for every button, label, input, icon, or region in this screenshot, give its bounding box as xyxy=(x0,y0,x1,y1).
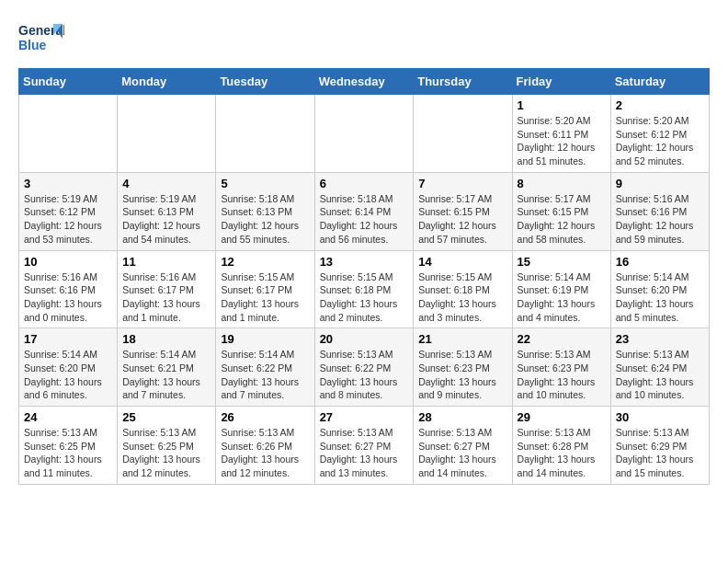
day-info: Sunrise: 5:19 AM Sunset: 6:13 PM Dayligh… xyxy=(122,192,210,247)
calendar-cell: 17Sunrise: 5:14 AM Sunset: 6:20 PM Dayli… xyxy=(19,328,118,407)
day-number: 7 xyxy=(418,177,506,190)
day-number: 14 xyxy=(418,255,506,269)
calendar-cell: 3Sunrise: 5:19 AM Sunset: 6:12 PM Daylig… xyxy=(19,172,118,250)
calendar-cell: 28Sunrise: 5:13 AM Sunset: 6:27 PM Dayli… xyxy=(414,407,512,485)
calendar-cell: 5Sunrise: 5:18 AM Sunset: 6:13 PM Daylig… xyxy=(216,172,314,250)
day-number: 28 xyxy=(418,410,506,424)
day-info: Sunrise: 5:14 AM Sunset: 6:20 PM Dayligh… xyxy=(616,270,704,325)
day-info: Sunrise: 5:13 AM Sunset: 6:23 PM Dayligh… xyxy=(418,348,506,402)
weekday-header: Sunday xyxy=(19,69,118,95)
day-number: 29 xyxy=(518,410,606,424)
day-number: 2 xyxy=(616,98,704,112)
calendar-cell: 25Sunrise: 5:13 AM Sunset: 6:25 PM Dayli… xyxy=(118,407,216,485)
day-info: Sunrise: 5:15 AM Sunset: 6:17 PM Dayligh… xyxy=(221,270,309,325)
calendar-cell: 22Sunrise: 5:13 AM Sunset: 6:23 PM Dayli… xyxy=(512,328,610,407)
calendar-cell: 10Sunrise: 5:16 AM Sunset: 6:16 PM Dayli… xyxy=(19,250,118,328)
day-number: 16 xyxy=(616,255,704,269)
weekday-header: Thursday xyxy=(414,69,512,95)
calendar-cell: 19Sunrise: 5:14 AM Sunset: 6:22 PM Dayli… xyxy=(216,328,314,407)
weekday-header: Friday xyxy=(512,69,610,95)
calendar-cell xyxy=(118,95,216,173)
day-info: Sunrise: 5:13 AM Sunset: 6:27 PM Dayligh… xyxy=(320,426,409,480)
calendar-cell: 13Sunrise: 5:15 AM Sunset: 6:18 PM Dayli… xyxy=(314,250,414,328)
day-info: Sunrise: 5:13 AM Sunset: 6:25 PM Dayligh… xyxy=(24,426,112,480)
day-number: 1 xyxy=(518,98,606,112)
day-number: 23 xyxy=(616,332,704,346)
calendar-cell: 16Sunrise: 5:14 AM Sunset: 6:20 PM Dayli… xyxy=(610,250,709,328)
calendar-cell: 14Sunrise: 5:15 AM Sunset: 6:18 PM Dayli… xyxy=(414,250,512,328)
day-info: Sunrise: 5:16 AM Sunset: 6:16 PM Dayligh… xyxy=(24,270,112,325)
day-info: Sunrise: 5:18 AM Sunset: 6:14 PM Dayligh… xyxy=(320,192,409,247)
calendar-week-row: 3Sunrise: 5:19 AM Sunset: 6:12 PM Daylig… xyxy=(19,172,710,250)
day-number: 17 xyxy=(24,332,112,346)
calendar-cell: 1Sunrise: 5:20 AM Sunset: 6:11 PM Daylig… xyxy=(512,95,610,173)
calendar-cell: 9Sunrise: 5:16 AM Sunset: 6:16 PM Daylig… xyxy=(610,172,709,250)
calendar: SundayMondayTuesdayWednesdayThursdayFrid… xyxy=(18,68,710,485)
day-info: Sunrise: 5:16 AM Sunset: 6:17 PM Dayligh… xyxy=(122,270,210,325)
calendar-cell: 7Sunrise: 5:17 AM Sunset: 6:15 PM Daylig… xyxy=(414,172,512,250)
day-info: Sunrise: 5:18 AM Sunset: 6:13 PM Dayligh… xyxy=(221,192,309,247)
calendar-cell: 21Sunrise: 5:13 AM Sunset: 6:23 PM Dayli… xyxy=(414,328,512,407)
day-number: 9 xyxy=(616,177,704,190)
day-number: 12 xyxy=(221,255,309,269)
calendar-cell: 18Sunrise: 5:14 AM Sunset: 6:21 PM Dayli… xyxy=(118,328,216,407)
calendar-cell: 2Sunrise: 5:20 AM Sunset: 6:12 PM Daylig… xyxy=(610,95,709,173)
day-number: 20 xyxy=(320,332,409,346)
day-number: 18 xyxy=(122,332,210,346)
calendar-cell: 30Sunrise: 5:13 AM Sunset: 6:29 PM Dayli… xyxy=(610,407,709,485)
day-info: Sunrise: 5:20 AM Sunset: 6:12 PM Dayligh… xyxy=(616,114,704,168)
day-number: 15 xyxy=(518,255,606,269)
calendar-cell: 15Sunrise: 5:14 AM Sunset: 6:19 PM Dayli… xyxy=(512,250,610,328)
day-info: Sunrise: 5:14 AM Sunset: 6:19 PM Dayligh… xyxy=(518,270,606,325)
day-info: Sunrise: 5:13 AM Sunset: 6:25 PM Dayligh… xyxy=(122,426,210,480)
weekday-header: Wednesday xyxy=(314,69,414,95)
day-number: 4 xyxy=(122,177,210,190)
day-info: Sunrise: 5:20 AM Sunset: 6:11 PM Dayligh… xyxy=(518,114,606,168)
day-number: 24 xyxy=(24,410,112,424)
day-number: 25 xyxy=(122,410,210,424)
logo: GeneralBlue xyxy=(18,18,64,59)
calendar-cell: 24Sunrise: 5:13 AM Sunset: 6:25 PM Dayli… xyxy=(19,407,118,485)
calendar-cell xyxy=(19,95,118,173)
day-number: 19 xyxy=(221,332,309,346)
calendar-cell: 4Sunrise: 5:19 AM Sunset: 6:13 PM Daylig… xyxy=(118,172,216,250)
weekday-header: Tuesday xyxy=(216,69,314,95)
weekday-header: Monday xyxy=(118,69,216,95)
calendar-cell xyxy=(414,95,512,173)
day-info: Sunrise: 5:19 AM Sunset: 6:12 PM Dayligh… xyxy=(24,192,112,247)
day-info: Sunrise: 5:17 AM Sunset: 6:15 PM Dayligh… xyxy=(518,192,606,247)
day-number: 3 xyxy=(24,177,112,190)
calendar-week-row: 1Sunrise: 5:20 AM Sunset: 6:11 PM Daylig… xyxy=(19,95,710,173)
day-info: Sunrise: 5:16 AM Sunset: 6:16 PM Dayligh… xyxy=(616,192,704,247)
calendar-cell: 11Sunrise: 5:16 AM Sunset: 6:17 PM Dayli… xyxy=(118,250,216,328)
logo-svg: GeneralBlue xyxy=(18,18,64,59)
svg-text:Blue: Blue xyxy=(18,38,47,52)
calendar-week-row: 17Sunrise: 5:14 AM Sunset: 6:20 PM Dayli… xyxy=(19,328,710,407)
day-number: 5 xyxy=(221,177,309,190)
day-info: Sunrise: 5:13 AM Sunset: 6:23 PM Dayligh… xyxy=(518,348,606,402)
day-number: 22 xyxy=(518,332,606,346)
day-number: 10 xyxy=(24,255,112,269)
day-number: 8 xyxy=(518,177,606,190)
calendar-cell: 20Sunrise: 5:13 AM Sunset: 6:22 PM Dayli… xyxy=(314,328,414,407)
day-number: 21 xyxy=(418,332,506,346)
calendar-cell: 26Sunrise: 5:13 AM Sunset: 6:26 PM Dayli… xyxy=(216,407,314,485)
day-info: Sunrise: 5:13 AM Sunset: 6:26 PM Dayligh… xyxy=(221,426,309,480)
day-number: 26 xyxy=(221,410,309,424)
day-info: Sunrise: 5:14 AM Sunset: 6:22 PM Dayligh… xyxy=(221,348,309,402)
calendar-cell: 6Sunrise: 5:18 AM Sunset: 6:14 PM Daylig… xyxy=(314,172,414,250)
weekday-header-row: SundayMondayTuesdayWednesdayThursdayFrid… xyxy=(19,69,710,95)
day-number: 27 xyxy=(320,410,409,424)
day-info: Sunrise: 5:13 AM Sunset: 6:24 PM Dayligh… xyxy=(616,348,704,402)
day-info: Sunrise: 5:15 AM Sunset: 6:18 PM Dayligh… xyxy=(418,270,506,325)
calendar-cell: 29Sunrise: 5:13 AM Sunset: 6:28 PM Dayli… xyxy=(512,407,610,485)
day-info: Sunrise: 5:14 AM Sunset: 6:21 PM Dayligh… xyxy=(122,348,210,402)
day-number: 6 xyxy=(320,177,409,190)
header: GeneralBlue xyxy=(18,18,710,59)
calendar-cell xyxy=(216,95,314,173)
weekday-header: Saturday xyxy=(610,69,709,95)
calendar-cell: 27Sunrise: 5:13 AM Sunset: 6:27 PM Dayli… xyxy=(314,407,414,485)
day-info: Sunrise: 5:13 AM Sunset: 6:27 PM Dayligh… xyxy=(418,426,506,480)
day-number: 11 xyxy=(122,255,210,269)
day-info: Sunrise: 5:13 AM Sunset: 6:29 PM Dayligh… xyxy=(616,426,704,480)
